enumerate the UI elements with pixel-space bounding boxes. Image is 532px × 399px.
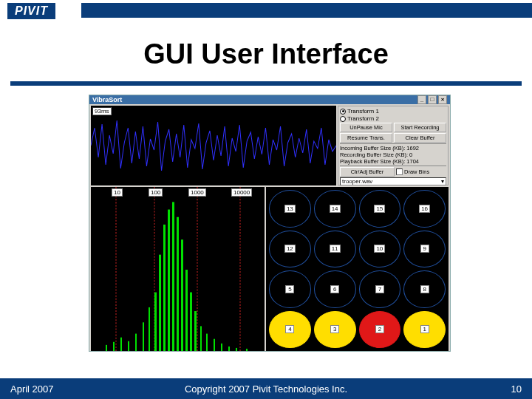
cell-number: 4 (285, 325, 294, 333)
title-underline (10, 81, 522, 86)
grid-cell[interactable]: 7 (359, 270, 401, 308)
svg-rect-16 (177, 217, 179, 351)
cell-number: 9 (420, 245, 429, 253)
svg-rect-21 (200, 326, 202, 351)
info-line: Recording Buffer Size (KB): 0 (340, 151, 446, 158)
svg-rect-12 (159, 255, 161, 351)
svg-rect-4 (106, 345, 107, 351)
svg-rect-8 (135, 334, 137, 351)
grid-cell[interactable]: 15 (359, 190, 401, 228)
cell-number: 6 (330, 285, 339, 293)
grid-cell[interactable]: 3 (314, 311, 356, 349)
checkbox-icon (396, 168, 403, 175)
waveform-plot (91, 106, 336, 185)
svg-rect-23 (214, 339, 215, 351)
footer-copyright: Copyright 2007 Pivit Technologies Inc. (0, 383, 532, 395)
svg-rect-9 (143, 322, 144, 351)
grid-cell[interactable]: 13 (269, 190, 311, 228)
grid-cell[interactable]: 2 (359, 311, 401, 349)
svg-rect-15 (172, 202, 174, 351)
svg-rect-24 (221, 344, 222, 351)
svg-rect-25 (228, 347, 230, 351)
cell-number: 15 (374, 205, 385, 213)
window-titlebar: VibraSort _ □ × (89, 95, 450, 104)
cell-number: 3 (330, 325, 339, 333)
grid-cell[interactable]: 8 (403, 270, 446, 308)
radio-label: Transform 1 (347, 108, 379, 115)
cell-number: 13 (284, 205, 296, 213)
grid-cell[interactable]: 10 (359, 231, 401, 268)
cell-number: 16 (419, 205, 430, 213)
logo: PIVIT (7, 3, 55, 19)
info-line: Playback Buffer Size (KB): 1704 (340, 158, 446, 165)
buffer-info: Incoming Buffer Size (KB): 1692 Recordin… (340, 143, 446, 166)
clr-adj-buffer-button[interactable]: Clr/Adj Buffer (340, 167, 395, 177)
spectrum-panel: 10 100 1000 10000 (91, 187, 265, 351)
svg-rect-20 (194, 311, 197, 351)
control-panel: Transform 1 Transform 2 UnPause Mic Star… (338, 106, 449, 185)
svg-rect-19 (190, 293, 192, 351)
draw-bins-checkbox[interactable]: Draw Bins (396, 167, 446, 177)
grid-cell[interactable]: 14 (314, 190, 356, 228)
spec-label: 1000 (188, 188, 206, 197)
svg-rect-7 (128, 341, 129, 351)
cell-number: 5 (285, 285, 294, 293)
svg-rect-17 (181, 239, 183, 351)
radio-icon (340, 116, 346, 122)
grid-cell[interactable]: 16 (403, 190, 446, 228)
svg-rect-10 (149, 307, 150, 351)
combo-value: trooper.wav (342, 178, 372, 185)
transform2-radio[interactable]: Transform 2 (340, 115, 446, 122)
file-combo[interactable]: trooper.wav ▾ (340, 177, 446, 185)
transform1-radio[interactable]: Transform 1 (340, 108, 446, 115)
grid-cell[interactable]: 1 (403, 311, 446, 349)
waveform-panel: 93ms (91, 106, 336, 185)
cell-number: 8 (420, 285, 429, 293)
svg-rect-14 (168, 210, 170, 351)
grid-cell[interactable]: 5 (269, 270, 311, 308)
chevron-down-icon: ▾ (441, 178, 444, 185)
grid-cell[interactable]: 12 (269, 231, 311, 268)
start-recording-button[interactable]: Start Recording (394, 123, 446, 132)
clear-buffer-button[interactable]: Clear Buffer (394, 133, 446, 143)
spec-label: 10 (112, 188, 123, 197)
grid-cell[interactable]: 6 (314, 270, 356, 308)
svg-rect-22 (206, 334, 208, 351)
svg-rect-26 (236, 348, 237, 351)
logo-stripe (81, 3, 532, 18)
app-screenshot: VibraSort _ □ × 93ms Transform 1 T (89, 95, 451, 352)
unpause-mic-button[interactable]: UnPause Mic (340, 123, 392, 132)
spec-label: 100 (149, 188, 163, 197)
radio-icon (340, 109, 346, 115)
svg-rect-13 (163, 225, 166, 351)
cell-number: 10 (374, 245, 385, 253)
svg-rect-5 (113, 342, 115, 351)
grid-cell[interactable]: 4 (269, 311, 311, 349)
svg-rect-6 (120, 338, 122, 351)
svg-rect-11 (154, 293, 157, 351)
slide-title: GUI User Interface (0, 38, 532, 70)
cell-number: 1 (420, 325, 429, 333)
cell-number: 11 (330, 245, 341, 253)
radio-label: Transform 2 (347, 115, 379, 122)
svg-rect-18 (185, 270, 188, 351)
cell-number: 7 (375, 285, 384, 293)
cell-number: 12 (284, 245, 296, 253)
svg-rect-27 (246, 349, 248, 351)
checkbox-label: Draw Bins (404, 168, 429, 175)
ms-readout: 93ms (92, 107, 112, 115)
minimize-button[interactable]: _ (417, 95, 426, 104)
resume-trans-button[interactable]: Resume Trans. (340, 133, 392, 143)
window-title: VibraSort (92, 96, 122, 103)
top-band: PIVIT (0, 0, 532, 24)
spectrum-plot (91, 187, 265, 351)
info-line: Incoming Buffer Size (KB): 1692 (340, 145, 446, 151)
spec-label: 10000 (231, 188, 252, 197)
close-button[interactable]: × (438, 95, 447, 104)
grid-cell[interactable]: 9 (403, 231, 446, 268)
grid-cell[interactable]: 11 (314, 231, 356, 268)
sensor-grid: 13 14 15 16 12 11 10 9 5 6 7 8 4 3 2 1 (266, 187, 449, 351)
cell-number: 14 (330, 205, 341, 213)
maximize-button[interactable]: □ (428, 95, 437, 104)
cell-number: 2 (375, 325, 384, 333)
